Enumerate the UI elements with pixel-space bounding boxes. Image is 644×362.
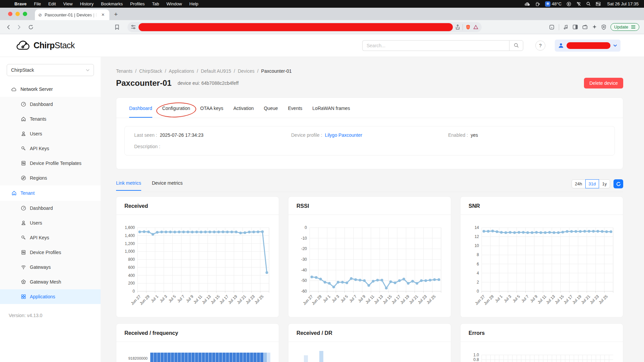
menu-item-bookmarks[interactable]: Bookmarks [97, 1, 126, 6]
sidebar-item-users[interactable]: Users [0, 216, 101, 230]
refresh-button[interactable] [613, 179, 623, 188]
tab-close-icon[interactable]: ✕ [100, 12, 106, 18]
site-settings-icon[interactable] [131, 24, 136, 29]
media-playing-icon[interactable] [564, 24, 568, 30]
tab-activation[interactable]: Activation [233, 98, 254, 118]
mesh-icon [21, 279, 26, 285]
range-31d-button[interactable]: 31d [585, 179, 599, 188]
breadcrumb-item-tenants[interactable]: Tenants [116, 68, 132, 74]
sidebar-item-dashboard[interactable]: Dashboard [0, 97, 101, 112]
wallet-icon[interactable] [582, 24, 588, 29]
minimize-window-button[interactable] [15, 12, 20, 16]
apple-menu-icon[interactable] [3, 4, 11, 4]
play-status-icon[interactable] [567, 2, 571, 6]
zoom-window-button[interactable] [23, 12, 27, 16]
menu-item-window[interactable]: Window [163, 1, 185, 6]
svg-text:1.0: 1.0 [473, 353, 479, 357]
sidebar-section-tenant[interactable]: Tenant [0, 185, 101, 201]
sidebar-item-gateways[interactable]: Gateways [0, 260, 101, 275]
url-bar[interactable] [127, 22, 482, 32]
menu-item-view[interactable]: View [60, 1, 76, 6]
share-icon[interactable] [455, 24, 460, 30]
menu-item-history[interactable]: History [76, 1, 97, 6]
help-button[interactable]: ? [535, 41, 545, 51]
menu-item-tab[interactable]: Tab [148, 1, 163, 6]
svg-text:Jul 19: Jul 19 [399, 294, 411, 305]
wifi-off-icon[interactable] [576, 2, 581, 6]
tab-otaa-keys[interactable]: OTAA keys [200, 98, 223, 118]
breadcrumb-separator: / [257, 68, 259, 74]
menu-item-edit[interactable]: Edit [45, 1, 59, 6]
page-title: Paxcounter-01 [116, 78, 171, 88]
svg-text:400: 400 [128, 273, 135, 278]
brew-status-icon[interactable] [535, 2, 540, 6]
reload-icon[interactable] [26, 24, 36, 30]
spotlight-search-icon[interactable] [586, 2, 591, 6]
sidebar-item-device-profiles[interactable]: Device Profiles [0, 245, 101, 260]
sidebar-item-applications[interactable]: Applications [0, 289, 101, 304]
new-tab-button[interactable]: + [109, 11, 122, 20]
brave-shield-icon[interactable] [466, 24, 471, 30]
range-1y-button[interactable]: 1y [599, 179, 610, 188]
sidebar-item-regions[interactable]: Regions [0, 171, 101, 185]
leo-ai-icon[interactable] [592, 24, 597, 29]
menu-item-profiles[interactable]: Profiles [126, 1, 148, 6]
chirpstack-logo[interactable]: ChirpStack [16, 40, 75, 51]
tab-events[interactable]: Events [288, 98, 303, 118]
user-menu[interactable] [555, 40, 621, 52]
tab-dashboard[interactable]: Dashboard [129, 98, 152, 118]
svg-text:Jul 15: Jul 15 [382, 294, 393, 305]
brave-rewards-icon[interactable] [473, 25, 478, 29]
browser-tab[interactable]: ⊘ Paxcounter-01 | Devices | Defa ✕ [35, 9, 109, 20]
downloads-icon[interactable] [549, 24, 554, 30]
menu-item-brave[interactable]: Brave [11, 1, 30, 6]
menu-item-file[interactable]: File [30, 1, 45, 6]
sidebar-nav: Network ServerDashboardTenantsUsersAPI K… [0, 81, 101, 304]
breadcrumb-item-chirpstack[interactable]: ChirpStack [139, 68, 162, 74]
sidebar-item-tenants[interactable]: Tenants [0, 112, 101, 126]
breadcrumb-item-default-au915[interactable]: Default AU915 [201, 68, 231, 74]
tab-device-metrics[interactable]: Device metrics [152, 180, 183, 191]
control-center-icon[interactable] [596, 2, 601, 6]
delete-device-button[interactable]: Delete device [584, 78, 623, 88]
tab-link-metrics[interactable]: Link metrics [116, 180, 141, 191]
sidebar-item-gateway-mesh[interactable]: Gateway Mesh [0, 275, 101, 289]
metrics-tabs: Link metricsDevice metrics [116, 180, 193, 191]
svg-text:Jul 7: Jul 7 [520, 294, 530, 303]
forward-icon[interactable] [15, 24, 23, 30]
sidebar-item-device-profile-templates[interactable]: Device Profile Templates [0, 156, 101, 171]
key-icon [21, 146, 26, 151]
sidebar-item-api-keys[interactable]: API Keys [0, 230, 101, 245]
sidebar-toggle-icon[interactable] [573, 24, 578, 29]
fan-temp-icon[interactable]: ✻48°C [545, 1, 561, 7]
search-button[interactable] [509, 40, 523, 51]
tab-queue[interactable]: Queue [264, 98, 278, 118]
sidebar-section-network-server[interactable]: Network Server [0, 81, 101, 97]
cloud-status-icon[interactable] [525, 2, 530, 6]
tab-configuration[interactable]: Configuration [162, 98, 190, 118]
close-window-button[interactable] [8, 12, 12, 16]
breadcrumb-item-paxcounter-01: Paxcounter-01 [261, 68, 292, 74]
url-redaction [139, 23, 453, 31]
breadcrumb-item-devices[interactable]: Devices [238, 68, 255, 74]
breadcrumb-item-applications[interactable]: Applications [169, 68, 194, 74]
svg-text:Jul 23: Jul 23 [245, 294, 256, 305]
bookmark-icon[interactable] [113, 24, 121, 30]
device-profile-link[interactable]: Lilygo Paxcounter [325, 132, 362, 138]
username-redaction [567, 42, 610, 49]
svg-text:Jul 25: Jul 25 [254, 294, 265, 305]
range-24h-button[interactable]: 24h [572, 179, 586, 188]
search-input[interactable] [362, 40, 509, 51]
sidebar-item-users[interactable]: Users [0, 126, 101, 141]
tenant-select[interactable]: ChirpStack [7, 64, 94, 76]
menubar-clock[interactable]: Sat 26 Jul 17:35 [607, 1, 639, 6]
breadcrumb: Tenants/ChirpStack/Applications/Default … [116, 68, 623, 74]
vpn-shield-icon[interactable] [601, 24, 606, 30]
sidebar-item-api-keys[interactable]: API Keys [0, 141, 101, 156]
update-button[interactable]: Update [610, 23, 639, 31]
chart-title: Received / DR [288, 324, 451, 342]
menu-item-help[interactable]: Help [186, 1, 202, 6]
tab-lorawan-frames[interactable]: LoRaWAN frames [312, 98, 350, 118]
sidebar-item-dashboard[interactable]: Dashboard [0, 201, 101, 216]
back-icon[interactable] [5, 24, 12, 30]
